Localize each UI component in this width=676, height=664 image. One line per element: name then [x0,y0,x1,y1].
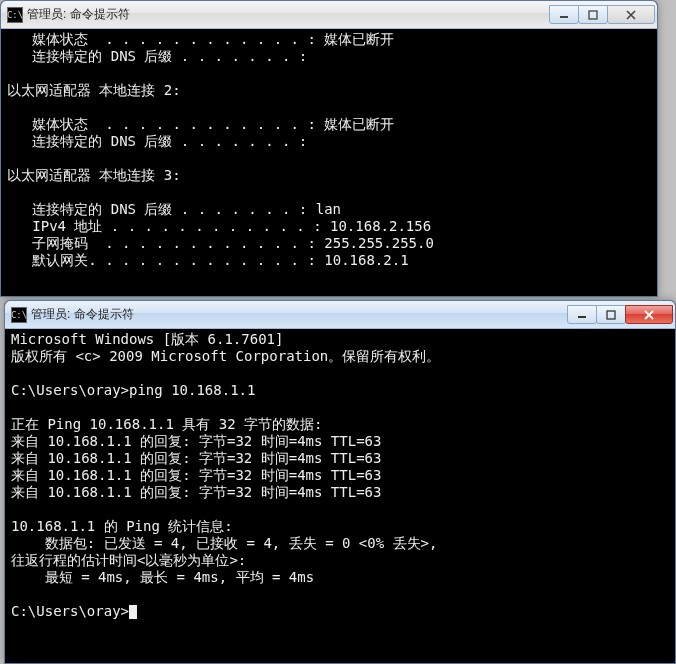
terminal-line: 媒体状态 . . . . . . . . . . . . : 媒体已断开 [7,116,651,133]
window-controls [568,305,673,324]
titlebar[interactable]: C:\ 管理员: 命令提示符 [5,301,675,329]
terminal-line: 版权所有 <c> 2009 Microsoft Corporation。保留所有… [11,348,669,365]
cmd-window-1: C:\ 管理员: 命令提示符 媒体状态 . . . . . . . . . . … [0,0,658,297]
terminal-output[interactable]: Microsoft Windows [版本 6.1.7601]版权所有 <c> … [5,329,675,663]
cmd-icon: C:\ [7,7,23,23]
terminal-line: 连接特定的 DNS 后缀 . . . . . . . : [7,133,651,150]
terminal-line: 10.168.1.1 的 Ping 统计信息: [11,518,669,535]
close-button[interactable] [625,305,673,324]
terminal-line: 连接特定的 DNS 后缀 . . . . . . . : lan [7,201,651,218]
terminal-line: 来自 10.168.1.1 的回复: 字节=32 时间=4ms TTL=63 [11,467,669,484]
terminal-line: 正在 Ping 10.168.1.1 具有 32 字节的数据: [11,416,669,433]
terminal-line [7,99,651,116]
maximize-button[interactable] [596,305,626,324]
minimize-icon [577,310,587,320]
maximize-icon [588,10,598,20]
svg-rect-5 [607,311,615,319]
titlebar[interactable]: C:\ 管理员: 命令提示符 [1,1,657,29]
terminal-line [11,365,669,382]
terminal-line [7,150,651,167]
window-title: 管理员: 命令提示符 [31,306,568,323]
terminal-line: 来自 10.168.1.1 的回复: 字节=32 时间=4ms TTL=63 [11,450,669,467]
minimize-button[interactable] [567,305,597,324]
terminal-line: 默认网关. . . . . . . . . . . . . : 10.168.2… [7,252,651,269]
terminal-line [11,501,669,518]
close-icon [643,310,655,320]
terminal-line: 最短 = 4ms, 最长 = 4ms, 平均 = 4ms [11,569,669,586]
terminal-line: 以太网适配器 本地连接 2: [7,82,651,99]
terminal-line: 数据包: 已发送 = 4, 已接收 = 4, 丢失 = 0 <0% 丢失>, [11,535,669,552]
terminal-line: C:\Users\oray>ping 10.168.1.1 [11,382,669,399]
terminal-line [7,269,651,286]
terminal-line: IPv4 地址 . . . . . . . . . . . . : 10.168… [7,218,651,235]
terminal-line [7,184,651,201]
terminal-line [11,399,669,416]
minimize-icon [559,10,569,20]
svg-rect-1 [589,11,597,19]
terminal-line: 子网掩码 . . . . . . . . . . . . : 255.255.2… [7,235,651,252]
maximize-icon [606,310,616,320]
cmd-window-2: C:\ 管理员: 命令提示符 Microsoft Windows [版本 6.1… [4,300,676,664]
terminal-line: 来自 10.168.1.1 的回复: 字节=32 时间=4ms TTL=63 [11,433,669,450]
terminal-line [11,586,669,603]
terminal-line: 来自 10.168.1.1 的回复: 字节=32 时间=4ms TTL=63 [11,484,669,501]
cursor [129,605,137,619]
terminal-line: C:\Users\oray> [11,603,669,620]
terminal-line: 连接特定的 DNS 后缀 . . . . . . . : [7,48,651,65]
terminal-line: Microsoft Windows [版本 6.1.7601] [11,331,669,348]
terminal-line: 媒体状态 . . . . . . . . . . . . : 媒体已断开 [7,31,651,48]
close-button[interactable] [607,5,655,24]
close-icon [626,10,636,20]
maximize-button[interactable] [578,5,608,24]
terminal-output[interactable]: 媒体状态 . . . . . . . . . . . . : 媒体已断开 连接特… [1,29,657,296]
terminal-line [7,65,651,82]
cmd-icon: C:\ [11,307,27,323]
terminal-line: 以太网适配器 本地连接 3: [7,167,651,184]
window-controls [550,5,655,24]
minimize-button[interactable] [549,5,579,24]
terminal-line: 往返行程的估计时间<以毫秒为单位>: [11,552,669,569]
window-title: 管理员: 命令提示符 [27,6,550,23]
